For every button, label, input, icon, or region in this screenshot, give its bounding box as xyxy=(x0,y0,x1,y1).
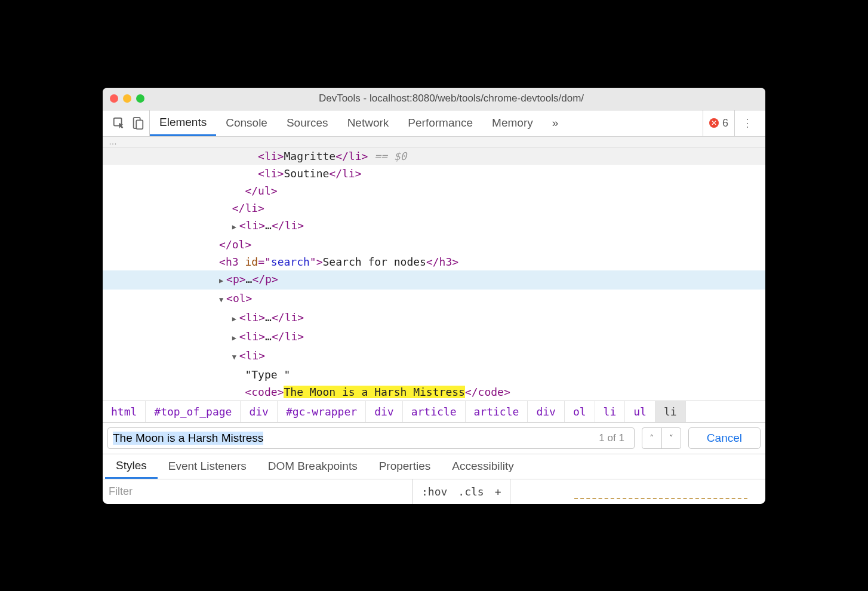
dom-row[interactable]: <h3 id="search">Search for nodes</h3> xyxy=(103,253,765,270)
minimize-icon[interactable] xyxy=(123,94,131,103)
chevron-right-icon[interactable]: ▶ xyxy=(232,310,239,328)
breadcrumb-item[interactable]: #gc-wrapper xyxy=(278,401,366,422)
dom-row[interactable]: ▼<ol> xyxy=(103,290,765,309)
breadcrumb-item[interactable]: article xyxy=(466,401,528,422)
dom-tree[interactable]: <li>Magritte</li> == $0 <li>Soutine</li>… xyxy=(103,147,765,401)
error-badge[interactable]: ✕ 6 xyxy=(703,110,735,136)
main-toolbar: Elements Console Sources Network Perform… xyxy=(103,110,765,137)
zoom-icon[interactable] xyxy=(136,94,144,103)
search-match-highlight: The Moon is a Harsh Mistress xyxy=(284,386,464,398)
breadcrumb-item[interactable]: article xyxy=(403,401,466,422)
hov-toggle[interactable]: :hov xyxy=(421,485,447,498)
dom-row[interactable]: ▶<li>…</li> xyxy=(103,328,765,347)
svg-rect-2 xyxy=(136,120,143,129)
devtools-window: DevTools - localhost:8080/web/tools/chro… xyxy=(103,88,765,504)
tab-performance[interactable]: Performance xyxy=(398,110,482,136)
traffic-lights xyxy=(110,94,144,103)
search-input-field[interactable] xyxy=(263,431,594,445)
dom-row[interactable]: </ol> xyxy=(103,236,765,253)
tab-event-listeners[interactable]: Event Listeners xyxy=(158,454,257,479)
breadcrumb-item[interactable]: div xyxy=(241,401,278,422)
inspect-icon[interactable] xyxy=(112,116,125,130)
search-nav: ˄ ˅ xyxy=(642,427,681,449)
dom-row[interactable]: ▶<p>…</p> xyxy=(103,270,765,290)
tab-network[interactable]: Network xyxy=(338,110,399,136)
search-input[interactable]: The Moon is a Harsh Mistress xyxy=(113,432,263,445)
chevron-down-icon[interactable]: ▼ xyxy=(219,291,226,309)
breadcrumb: html #top_of_page div #gc-wrapper div ar… xyxy=(103,401,765,422)
styles-tabs: Styles Event Listeners DOM Breakpoints P… xyxy=(103,454,765,479)
search-bar: The Moon is a Harsh Mistress 1 of 1 ˄ ˅ … xyxy=(103,422,765,454)
dom-row[interactable]: </li> xyxy=(103,199,765,217)
cls-toggle[interactable]: .cls xyxy=(458,485,484,498)
dom-row[interactable]: "Type " xyxy=(103,366,765,383)
search-input-wrapper: The Moon is a Harsh Mistress 1 of 1 xyxy=(107,427,635,449)
dom-row[interactable]: <li>Magritte</li> == $0 xyxy=(103,147,765,165)
breadcrumb-item[interactable]: div xyxy=(366,401,403,422)
device-toggle-icon[interactable] xyxy=(131,116,144,130)
breadcrumb-item[interactable]: div xyxy=(528,401,565,422)
tab-styles[interactable]: Styles xyxy=(105,454,158,479)
error-count: 6 xyxy=(722,117,728,130)
chevron-right-icon[interactable]: ▶ xyxy=(232,330,239,347)
dom-row[interactable]: </ul> xyxy=(103,182,765,199)
tab-elements[interactable]: Elements xyxy=(150,110,216,136)
titlebar: DevTools - localhost:8080/web/tools/chro… xyxy=(103,88,765,110)
search-match-count: 1 of 1 xyxy=(594,432,629,444)
breadcrumb-item[interactable]: li xyxy=(595,401,626,422)
cancel-button[interactable]: Cancel xyxy=(688,427,761,449)
search-prev-icon[interactable]: ˄ xyxy=(642,428,661,448)
tab-dom-breakpoints[interactable]: DOM Breakpoints xyxy=(257,454,368,479)
window-title: DevTools - localhost:8080/web/tools/chro… xyxy=(144,93,758,104)
settings-menu-icon[interactable]: ⋮ xyxy=(735,116,761,130)
tab-sources[interactable]: Sources xyxy=(277,110,338,136)
dom-row[interactable]: <li>Soutine</li> xyxy=(103,165,765,182)
dom-row[interactable]: <code>The Moon is a Harsh Mistress</code… xyxy=(103,383,765,401)
styles-filter[interactable]: Filter xyxy=(103,479,413,504)
dashed-border-icon xyxy=(574,498,747,501)
breadcrumb-item[interactable]: li xyxy=(655,401,686,422)
new-rule-icon[interactable]: + xyxy=(495,485,501,498)
breadcrumb-item[interactable]: ol xyxy=(565,401,595,422)
dom-row[interactable]: ▶<li>…</li> xyxy=(103,217,765,236)
dom-row[interactable]: ▼<li> xyxy=(103,347,765,366)
search-next-icon[interactable]: ˅ xyxy=(661,428,681,448)
main-tabs: Elements Console Sources Network Perform… xyxy=(150,110,568,136)
styles-toolbar: Filter :hov .cls + xyxy=(103,479,765,504)
breadcrumb-item[interactable]: #top_of_page xyxy=(146,401,241,422)
dom-row[interactable]: ▶<li>…</li> xyxy=(103,309,765,328)
chevron-right-icon[interactable]: ▶ xyxy=(219,272,226,290)
box-model-preview xyxy=(510,479,765,504)
tab-memory[interactable]: Memory xyxy=(482,110,543,136)
error-icon: ✕ xyxy=(709,118,719,128)
breadcrumb-item[interactable]: html xyxy=(103,401,146,422)
tabs-overflow[interactable]: » xyxy=(543,110,568,136)
tab-console[interactable]: Console xyxy=(216,110,277,136)
tab-accessibility[interactable]: Accessibility xyxy=(441,454,524,479)
close-icon[interactable] xyxy=(110,94,118,103)
chevron-down-icon[interactable]: ▼ xyxy=(232,349,239,366)
tab-properties[interactable]: Properties xyxy=(368,454,442,479)
chevron-right-icon[interactable]: ▶ xyxy=(232,218,239,236)
breadcrumb-item[interactable]: ul xyxy=(625,401,655,422)
overflow-strip: … xyxy=(103,137,765,147)
